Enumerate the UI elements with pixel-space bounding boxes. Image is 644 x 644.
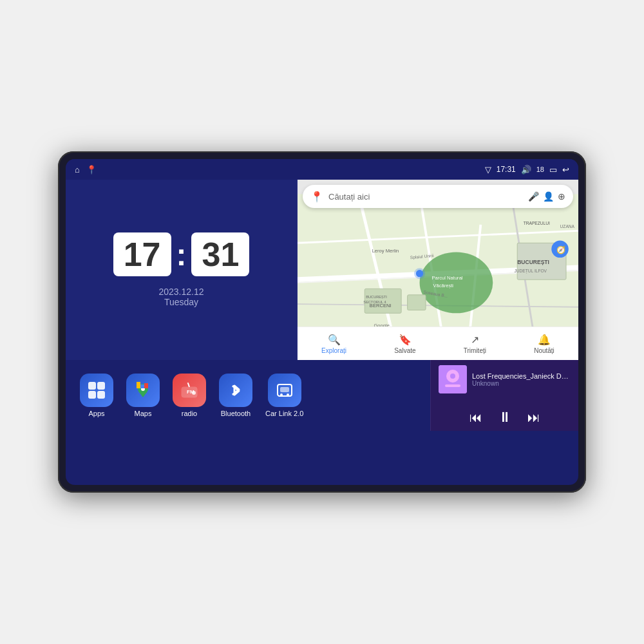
music-title: Lost Frequencies_Janieck Devy-...	[472, 372, 571, 380]
status-bar-left: ⌂ 📍	[75, 165, 97, 175]
music-player: Lost Frequencies_Janieck Devy-... Unknow…	[430, 360, 578, 431]
svg-text:TRAPEZULUI: TRAPEZULUI	[524, 221, 550, 225]
svg-rect-31	[97, 382, 105, 390]
svg-rect-32	[88, 391, 96, 399]
battery-icon: ▭	[549, 165, 557, 175]
music-info: Lost Frequencies_Janieck Devy-... Unknow…	[439, 365, 571, 393]
map-nav-share-label: Trimiteți	[464, 347, 486, 354]
app-item-radio[interactable]: FM radio	[166, 371, 213, 420]
radio-icon: FM	[173, 374, 206, 407]
svg-point-9	[420, 252, 493, 314]
music-next-button[interactable]: ⏭	[527, 410, 540, 425]
status-bar-right: ▽ 17:31 🔊 18 ▭ ↩	[485, 165, 569, 175]
app-item-apps[interactable]: Apps	[73, 371, 120, 420]
layers-icon[interactable]: ⊕	[558, 191, 565, 202]
map-nav-explore[interactable]: 🔍 Explorați	[321, 334, 346, 354]
map-bottom-bar: 🔍 Explorați 🔖 Salvate ↗ Trimiteți	[298, 327, 578, 360]
maps-pin-icon[interactable]: 📍	[86, 165, 97, 175]
bluetooth-icon	[219, 374, 252, 407]
bottom-section: Apps Ma	[66, 360, 578, 431]
svg-text:SECTORUL 4: SECTORUL 4	[363, 300, 386, 304]
svg-text:Văcărești: Văcărești	[433, 283, 453, 289]
svg-text:Leroy Merlin: Leroy Merlin	[372, 248, 399, 254]
svg-point-51	[450, 374, 455, 379]
clock-widget: 17 : 31 2023.12.12 Tuesday	[66, 180, 298, 360]
volume-icon: 🔊	[521, 165, 531, 175]
apps-area: Apps Ma	[66, 360, 430, 431]
svg-rect-43	[187, 383, 190, 387]
apps-icon	[80, 374, 113, 407]
status-bar: ⌂ 📍 ▽ 17:31 🔊 18 ▭ ↩	[66, 159, 578, 180]
volume-level: 18	[536, 166, 544, 173]
app-item-bluetooth[interactable]: Bluetooth	[213, 371, 259, 420]
maps-icon	[126, 374, 160, 407]
music-artist: Unknown	[472, 380, 571, 387]
explore-icon: 🔍	[328, 334, 341, 346]
clock-display: 17 : 31	[113, 232, 250, 276]
map-nav-explore-label: Explorați	[321, 347, 346, 354]
svg-rect-45	[280, 387, 289, 392]
map-pin-icon: 📍	[310, 191, 323, 203]
back-icon[interactable]: ↩	[562, 165, 569, 175]
signal-icon: ▽	[485, 165, 491, 175]
apps-label: Apps	[88, 410, 104, 417]
map-nav-share[interactable]: ↗ Trimiteți	[464, 334, 486, 354]
device-screen: ⌂ 📍 ▽ 17:31 🔊 18 ▭ ↩ 17 :	[66, 159, 578, 485]
bluetooth-label: Bluetooth	[221, 410, 251, 417]
svg-rect-37	[137, 382, 140, 388]
svg-rect-30	[88, 382, 96, 390]
device-frame: ⌂ 📍 ▽ 17:31 🔊 18 ▭ ↩ 17 :	[58, 151, 586, 493]
clock-hour: 17	[113, 232, 171, 276]
svg-point-46	[280, 393, 283, 396]
clock-day: Tuesday	[164, 297, 198, 307]
app-item-maps[interactable]: Maps	[120, 371, 166, 420]
svg-text:BUCUREȘTI: BUCUREȘTI	[517, 259, 549, 265]
share-icon: ↗	[471, 334, 479, 346]
map-search-bar[interactable]: 📍 Căutați aici 🎤 👤 ⊕	[303, 185, 573, 208]
music-details: Lost Frequencies_Janieck Devy-... Unknow…	[472, 372, 571, 387]
home-icon[interactable]: ⌂	[75, 165, 80, 175]
map-search-placeholder: Căutați aici	[328, 192, 523, 202]
svg-rect-50	[445, 384, 460, 387]
svg-point-47	[287, 393, 289, 396]
map-container: Parcul Natural Văcărești BUCUREȘTI JUDEȚ…	[298, 180, 578, 360]
music-play-button[interactable]: ⏸	[498, 409, 512, 426]
map-search-actions: 🎤 👤 ⊕	[528, 191, 565, 202]
svg-text:🧭: 🧭	[556, 245, 566, 254]
svg-text:BUCUREȘTI: BUCUREȘTI	[366, 295, 387, 299]
map-nav-saved-label: Salvate	[394, 347, 415, 354]
music-controls: ⏮ ⏸ ⏭	[439, 409, 571, 426]
map-nav-news-label: Noutăți	[534, 347, 554, 354]
svg-point-42	[192, 391, 196, 395]
status-time: 17:31	[497, 165, 516, 174]
svg-rect-39	[144, 383, 148, 388]
bookmark-icon: 🔖	[399, 334, 412, 346]
svg-point-26	[414, 268, 425, 279]
map-nav-saved[interactable]: 🔖 Salvate	[394, 334, 415, 354]
svg-rect-33	[97, 391, 105, 399]
map-nav-news[interactable]: 🔔 Noutăți	[534, 334, 554, 354]
radio-label: radio	[182, 410, 197, 417]
clock-date: 2023.12.12	[158, 287, 204, 297]
carlink-label: Car Link 2.0	[265, 410, 303, 417]
main-area: 17 : 31 2023.12.12 Tuesday	[66, 180, 578, 485]
music-thumbnail	[439, 365, 467, 393]
app-item-carlink[interactable]: Car Link 2.0	[259, 371, 310, 420]
top-section: 17 : 31 2023.12.12 Tuesday	[66, 180, 578, 360]
svg-rect-38	[140, 384, 144, 388]
svg-text:JUDEȚUL ILFOV: JUDEȚUL ILFOV	[514, 269, 547, 274]
maps-label: Maps	[135, 410, 152, 417]
voice-search-icon[interactable]: 🎤	[528, 191, 539, 202]
clock-minute: 31	[191, 232, 249, 276]
svg-text:Parcul Natural: Parcul Natural	[432, 275, 463, 281]
svg-rect-13	[408, 295, 426, 310]
news-icon: 🔔	[538, 334, 551, 346]
svg-marker-35	[139, 392, 147, 397]
carlink-icon	[268, 374, 301, 407]
account-icon[interactable]: 👤	[543, 191, 554, 202]
music-prev-button[interactable]: ⏮	[469, 410, 482, 425]
map-widget[interactable]: Parcul Natural Văcărești BUCUREȘTI JUDEȚ…	[298, 180, 578, 360]
clock-colon: :	[176, 237, 187, 272]
svg-text:UZANA: UZANA	[560, 224, 575, 229]
